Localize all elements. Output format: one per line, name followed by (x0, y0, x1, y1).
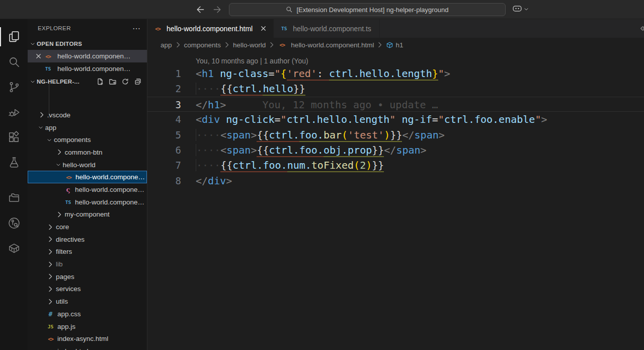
tree-folder-directives[interactable]: directives (28, 233, 147, 246)
line-number: 7 (147, 158, 196, 173)
tree-folder-hello-world[interactable]: hello-world (28, 159, 147, 171)
tree-item-label: hello-world.component.scss (75, 186, 147, 193)
new-folder-icon[interactable] (109, 78, 117, 86)
chevron-right-icon (38, 111, 46, 119)
tree-folder-lib[interactable]: lib (28, 258, 147, 270)
tab-label: hello-world.component.html (167, 25, 253, 33)
tree-folder-app[interactable]: app (28, 121, 147, 134)
tree-folder-.vscode[interactable]: .vscode (28, 109, 147, 121)
copilot-menu[interactable] (512, 4, 529, 16)
code-line-1[interactable]: 1<h1 ng-class="{'red': ctrl.hello.length… (147, 66, 644, 81)
line-number: 8 (147, 173, 196, 188)
back-icon[interactable] (195, 5, 205, 15)
workspace-section-header[interactable]: NG-HELPER-... (28, 75, 147, 88)
editor-actions-icon[interactable] (639, 24, 644, 33)
chevron-right-icon (46, 248, 54, 256)
whitespace-dots: ···· (196, 159, 220, 171)
chevron-down-icon (523, 5, 529, 14)
activity-search-icon[interactable] (0, 49, 28, 75)
chevron-right-icon (46, 285, 54, 293)
html-file-icon: <> (44, 52, 52, 60)
breadcrumb-item[interactable]: h1 (386, 41, 403, 49)
forward-icon[interactable] (212, 5, 222, 15)
tree-file-index.html[interactable]: <>index.html (28, 345, 147, 350)
tree-folder-services[interactable]: services (28, 283, 147, 296)
code-line-8[interactable]: 8</div> (147, 173, 644, 188)
activity-explorer-icon[interactable] (0, 24, 28, 49)
symbol-icon (386, 41, 393, 49)
line-number: 2 (147, 81, 196, 96)
tree-item-label: hello-world.component.html (75, 173, 146, 181)
tree-item-label: components (54, 136, 91, 144)
tree-file-hello-world.component.html[interactable]: <>hello-world.component.html (28, 171, 147, 183)
open-editor-label: hello-world.component.ts (57, 65, 132, 73)
activity-testing-icon[interactable] (0, 150, 28, 175)
chevron-right-icon (46, 235, 54, 243)
open-editor-item[interactable]: <>hello-world.component.html (28, 50, 147, 62)
refresh-icon[interactable] (121, 78, 129, 86)
tree-file-app.js[interactable]: JSapp.js (28, 320, 147, 333)
more-actions-icon[interactable]: ⋯ (132, 24, 141, 33)
code-line-4[interactable]: 4<div ng-click="ctrl.hello.length" ng-if… (147, 112, 644, 127)
collapse-all-icon[interactable] (134, 78, 142, 86)
close-icon[interactable] (260, 25, 267, 32)
breadcrumb-item[interactable]: hello-world (233, 41, 266, 49)
html-file-icon: <> (278, 41, 286, 49)
tree-item-label: services (56, 285, 81, 293)
tree-file-hello-world.component.scss[interactable]: ςhello-world.component.scss (28, 183, 147, 196)
code-editor[interactable]: You, 10 months ago | 1 author (You) 1<h1… (147, 52, 644, 350)
line-number: 1 (147, 66, 196, 81)
tree-file-hello-world.component.ts[interactable]: TShello-world.component.ts (28, 196, 147, 208)
close-icon[interactable] (35, 52, 44, 60)
chevron-right-icon (55, 148, 63, 156)
new-file-icon[interactable] (96, 78, 104, 86)
tree-folder-core[interactable]: core (28, 221, 147, 233)
open-editors-header[interactable]: OPEN EDITORS (28, 37, 147, 50)
tree-item-label: utils (56, 298, 68, 305)
activity-source-control-icon[interactable] (0, 75, 28, 100)
command-center-search[interactable]: [Extension Development Host] ng-helper-p… (229, 3, 506, 16)
code-line-3[interactable]: 3</h1>You, 12 months ago • update … (147, 97, 644, 112)
tree-folder-my-component[interactable]: my-component (28, 208, 147, 221)
scss-file-icon: ς (64, 185, 72, 193)
tab-hello-world.component.html[interactable]: <>hello-world.component.html (147, 19, 274, 38)
activity-container-icon[interactable] (0, 236, 28, 261)
tree-folder-utils[interactable]: utils (28, 295, 147, 308)
tree-item-label: hello-world.component.ts (75, 198, 147, 206)
code-line-7[interactable]: 7····{{ctrl.foo.num.toFixed(2)}} (147, 158, 644, 173)
activity-gitlens-icon[interactable] (0, 211, 28, 236)
title-bar: [Extension Development Host] ng-helper-p… (0, 0, 644, 19)
whitespace-dots: ···· (196, 129, 220, 141)
search-icon (286, 6, 293, 13)
open-editor-item[interactable]: TShello-world.component.ts (28, 62, 147, 75)
breadcrumb-item[interactable]: app (160, 41, 172, 49)
chevron-right-icon (46, 272, 54, 281)
html-file-icon: <> (46, 335, 55, 343)
tree-folder-filters[interactable]: filters (28, 246, 147, 258)
chevron-right-icon (174, 41, 182, 49)
code-line-2[interactable]: 2····{{ctrl.hello}} (147, 81, 644, 96)
tree-folder-common-btn[interactable]: common-btn (28, 146, 147, 159)
activity-folders-icon[interactable] (0, 185, 28, 211)
line-number: 5 (147, 127, 196, 143)
activity-run-debug-icon[interactable] (0, 100, 28, 125)
tree-item-label: pages (56, 273, 74, 281)
tree-item-label: .vscode (47, 111, 71, 119)
html-file-icon: <> (64, 173, 73, 181)
open-editor-label: hello-world.component.html (57, 52, 132, 60)
tree-folder-components[interactable]: components (28, 133, 147, 146)
ts-file-icon: TS (44, 65, 52, 73)
activity-extensions-icon[interactable] (0, 125, 28, 150)
tree-file-app.css[interactable]: #app.css (28, 308, 147, 320)
codelens[interactable]: You, 10 months ago | 1 author (You) (147, 52, 644, 66)
code-line-6[interactable]: 6····<span>{{ctrl.foo.obj.prop}}</span> (147, 143, 644, 158)
chevron-right-icon (46, 298, 54, 306)
tree-file-index-async.html[interactable]: <>index-async.html (28, 332, 147, 345)
tree-folder-pages[interactable]: pages (28, 270, 147, 283)
css-file-icon: # (46, 310, 55, 318)
breadcrumb-item[interactable]: <>hello-world.component.html (278, 41, 374, 49)
tree-item-label: hello-world (63, 161, 96, 169)
tab-hello-world.component.ts[interactable]: TShello-world.component.ts (274, 19, 380, 38)
breadcrumb-item[interactable]: components (184, 41, 221, 49)
code-line-5[interactable]: 5····<span>{{ctrl.foo.bar('test')}}</spa… (147, 127, 644, 143)
